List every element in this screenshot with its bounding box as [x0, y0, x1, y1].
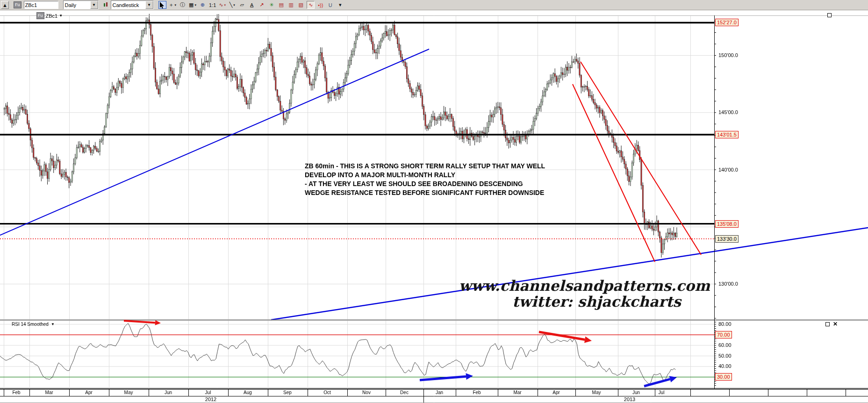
rsi-label-text: RSI 14 Smoothed	[12, 322, 49, 327]
rsi-axis-label: 80.00	[718, 321, 732, 327]
rsi-indicator-label[interactable]: RSI 14 Smoothed ▼	[12, 322, 55, 327]
month-label: Sep	[283, 390, 292, 395]
month-label: Apr	[85, 390, 93, 395]
month-label: Apr	[552, 390, 560, 395]
chart-tab-zbc1[interactable]: Fu ZBc1 ▼	[36, 12, 63, 19]
month-label: Mar	[45, 390, 53, 395]
month-label: Nov	[362, 390, 371, 395]
chevron-down-icon[interactable]: ▾	[194, 3, 196, 7]
price-level-box: 143'01.5	[715, 131, 739, 138]
year-label: 2013	[624, 396, 635, 402]
price-level-box: 152'27.0	[715, 19, 739, 26]
price-axis-label: 140'00.0	[718, 167, 738, 173]
tool-strip: ＋▾ⓘ▦▾⊕1:1∿▾╲▾▱A̲↗✳▤▥▧∿•))U▾	[158, 1, 344, 9]
price-axis-label: 145'00.0	[718, 109, 738, 115]
chart-type-value: Candlestick	[113, 2, 139, 8]
grid-tool[interactable]: ▦▾	[188, 1, 197, 9]
rsi-axis-label: 50.00	[718, 353, 732, 359]
eraser-tool[interactable]: ▱	[238, 1, 246, 9]
paint-tool[interactable]: ✳	[267, 1, 275, 9]
more-tools[interactable]: ▾	[336, 1, 344, 9]
month-label: Oct	[323, 390, 331, 395]
month-label: May	[124, 390, 133, 395]
text-edit-tool[interactable]: A̲	[248, 1, 256, 9]
close-rsi-pane-icon[interactable]: ✕	[833, 322, 838, 326]
crosshair-tool[interactable]: ＋▾	[168, 1, 177, 9]
chart-annotation-text: ZB 60min - THIS IS A STRONG SHORT TERM R…	[305, 162, 604, 197]
month-label: Jun	[632, 390, 640, 395]
chevron-down-icon[interactable]: ▾	[233, 3, 235, 7]
price-level-box: 133'30.0	[715, 235, 739, 243]
price-level-box: 135'08.0	[715, 220, 739, 228]
rsi-level-box: 70.00	[715, 331, 732, 338]
info-tool[interactable]: ⓘ	[179, 1, 187, 9]
chart-type-select[interactable]: Candlestick ▼	[111, 0, 154, 9]
watermark-twitter: twitter: shjackcharts	[459, 294, 710, 309]
collapse-toolbar-button[interactable]: ▲	[1, 1, 9, 9]
watermark: www.channelsandpatterns.com twitter: shj…	[459, 278, 710, 309]
month-label: Dec	[400, 390, 409, 395]
price-axis-label: 150'00.0	[718, 52, 738, 58]
indicator-tool[interactable]: ∿▾	[218, 1, 226, 9]
chevron-down-icon[interactable]: ▼	[51, 322, 55, 326]
month-label: May	[592, 390, 601, 395]
symbol-input[interactable]	[24, 1, 58, 9]
rsi-level-box: 30.00	[715, 373, 732, 381]
chevron-down-icon[interactable]: ▼	[59, 14, 63, 18]
measure-tool[interactable]: ↗	[258, 1, 265, 9]
month-label: Feb	[473, 390, 481, 395]
month-label: Feb	[12, 390, 20, 395]
wave-toggle[interactable]: ∿	[307, 1, 315, 9]
toolbar: ▲ Fu Daily ▼ Candlestick ▼ ＋▾ⓘ▦▾⊕1:1∿▾╲▾…	[0, 0, 868, 10]
candlestick-icon	[103, 2, 108, 8]
month-label: Jun	[165, 390, 172, 395]
maximize-rsi-pane-icon[interactable]	[825, 322, 830, 326]
year-label: 2012	[205, 396, 216, 402]
futures-icon: Fu	[14, 1, 22, 8]
month-label: Aug	[244, 390, 252, 395]
chevron-down-icon[interactable]: ▾	[175, 3, 177, 7]
month-label: Jan	[436, 390, 443, 395]
month-label: Mar	[513, 390, 521, 395]
paste-study-3[interactable]: ▧	[297, 1, 305, 9]
rsi-axis-label: 60.00	[718, 342, 732, 348]
month-label: Jul	[205, 390, 211, 395]
paste-study-2[interactable]: ▥	[287, 1, 295, 9]
line-tool[interactable]: ╲▾	[228, 1, 236, 9]
month-label: Jul	[659, 390, 665, 395]
chart-surface[interactable]	[0, 0, 868, 403]
chevron-down-icon[interactable]: ▾	[224, 3, 226, 7]
charting-app-window: ▲ Fu Daily ▼ Candlestick ▼ ＋▾ⓘ▦▾⊕1:1∿▾╲▾…	[0, 0, 868, 403]
chevron-down-icon[interactable]: ▼	[90, 1, 98, 9]
watermark-site: www.channelsandpatterns.com	[459, 278, 710, 294]
scale-1to1-tool[interactable]: 1:1	[208, 1, 216, 9]
price-axis-label: 130'00.0	[718, 281, 738, 287]
rsi-axis-label: 40.00	[718, 363, 732, 369]
period-select[interactable]: Daily ▼	[63, 0, 99, 9]
magnet-tool[interactable]: U	[326, 1, 334, 9]
chevron-down-icon[interactable]: ▼	[145, 1, 153, 9]
pointer-tool[interactable]	[158, 1, 166, 9]
maximize-pane-icon[interactable]	[827, 13, 832, 17]
paste-study-1[interactable]: ▤	[277, 1, 285, 9]
chart-tab-label: ZBc1	[46, 13, 58, 19]
period-value: Daily	[65, 2, 76, 8]
zoom-tool[interactable]: ⊕	[199, 1, 207, 9]
futures-icon: Fu	[36, 12, 44, 19]
alerts-tool[interactable]: •))	[316, 1, 324, 9]
